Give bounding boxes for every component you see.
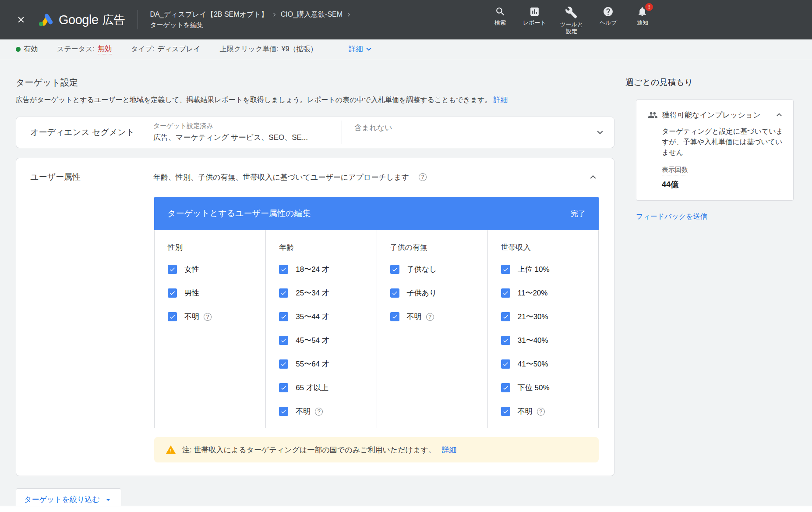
demographic-option[interactable]: 子供なし xyxy=(390,264,480,274)
nav-item-help[interactable]: ヘルプ xyxy=(597,6,620,26)
help-icon[interactable]: ? xyxy=(419,173,427,181)
google-ads-logo[interactable]: Google 広告 xyxy=(38,12,125,28)
nav-label: ヘルプ xyxy=(600,19,617,26)
checkbox[interactable] xyxy=(279,336,288,345)
demographic-option-label: 25〜34 才 xyxy=(296,288,329,298)
demographic-option[interactable]: 21〜30% xyxy=(501,312,590,322)
checkbox[interactable] xyxy=(501,359,510,369)
demographic-option-label: 41〜50% xyxy=(518,359,548,369)
checkbox[interactable] xyxy=(279,383,288,392)
status-value[interactable]: 無効 xyxy=(98,44,112,54)
checkbox[interactable] xyxy=(501,336,510,345)
checkbox[interactable] xyxy=(279,407,288,416)
breadcrumb: DA_ディスプレイ【2B SEMオプト】 CIO_購入意欲-SEM xyxy=(150,10,353,19)
notification-badge: ! xyxy=(645,3,653,11)
checkbox[interactable] xyxy=(279,265,288,274)
breadcrumb-item-campaign[interactable]: DA_ディスプレイ【2B SEMオプト】 xyxy=(150,10,268,19)
checkbox[interactable] xyxy=(168,312,177,321)
check-icon xyxy=(502,361,509,367)
demographic-option[interactable]: 男性 xyxy=(168,288,258,298)
nav-label: ツールと設定 xyxy=(558,21,586,36)
section-description-details-link[interactable]: 詳細 xyxy=(494,96,508,103)
chevron-right-icon xyxy=(271,11,278,18)
demographic-option[interactable]: 不明? xyxy=(501,406,590,416)
bottom-strip xyxy=(0,506,812,512)
demographic-option[interactable]: 子供あり xyxy=(390,288,480,298)
demographic-option[interactable]: 不明? xyxy=(168,312,258,322)
demographics-title: ユーザー属性 xyxy=(30,171,153,183)
warning-details-link[interactable]: 詳細 xyxy=(442,445,457,455)
breadcrumb-block: DA_ディスプレイ【2B SEMオプト】 CIO_購入意欲-SEM ターゲットを… xyxy=(150,10,353,29)
chevron-up-icon xyxy=(774,110,784,120)
checkbox[interactable] xyxy=(390,312,399,321)
nav-item-notifications[interactable]: ! 通知 xyxy=(631,6,654,26)
enabled-status: 有効 xyxy=(16,45,38,54)
audience-targeting-value: 広告、マーケティング サービス、SEO、SE... xyxy=(153,132,331,142)
demographic-option[interactable]: 11〜20% xyxy=(501,288,590,298)
google-ads-logo-icon xyxy=(38,12,54,27)
demographics-editor: ターゲットとするユーザー属性の編集 完了 性別女性男性不明?年齢18〜24 才2… xyxy=(154,197,599,462)
checkbox[interactable] xyxy=(501,265,510,274)
checkbox[interactable] xyxy=(279,312,288,321)
details-toggle[interactable]: 詳細 xyxy=(349,44,374,54)
checkbox[interactable] xyxy=(390,265,399,274)
demographics-collapse-button[interactable] xyxy=(583,171,604,183)
nav-label: 検索 xyxy=(494,19,506,26)
checkbox[interactable] xyxy=(501,288,510,298)
demographic-option[interactable]: 35〜44 才 xyxy=(279,312,368,322)
type-value: ディスプレイ xyxy=(158,45,201,54)
done-button[interactable]: 完了 xyxy=(571,209,586,219)
demographic-option[interactable]: 45〜54 才 xyxy=(279,335,368,345)
check-icon xyxy=(502,313,509,320)
close-button[interactable] xyxy=(12,11,30,28)
demographic-option-label: 不明 xyxy=(518,406,533,416)
available-impressions-card: 獲得可能なインプレッション ターゲティングと設定に基づいていますが、予算や入札単… xyxy=(636,100,794,201)
checkbox[interactable] xyxy=(501,407,510,416)
demographic-option[interactable]: 女性 xyxy=(168,264,258,274)
demographic-option[interactable]: 不明? xyxy=(390,312,480,322)
checkbox[interactable] xyxy=(390,288,399,298)
available-impressions-header[interactable]: 獲得可能なインプレッション xyxy=(648,110,784,120)
help-icon[interactable]: ? xyxy=(204,313,212,321)
topbar: Google 広告 DA_ディスプレイ【2B SEMオプト】 CIO_購入意欲-… xyxy=(0,0,812,39)
checkbox[interactable] xyxy=(279,359,288,369)
impressions-metric-label[interactable]: 表示回数 xyxy=(662,166,688,175)
demographic-option-label: 21〜30% xyxy=(518,312,548,322)
demographic-option[interactable]: 65 才以上 xyxy=(279,383,368,393)
demographic-option[interactable]: 55〜64 才 xyxy=(279,359,368,369)
demographic-option-label: 55〜64 才 xyxy=(296,359,329,369)
checkbox[interactable] xyxy=(501,312,510,321)
demographic-option[interactable]: 31〜40% xyxy=(501,335,590,345)
nav-item-tools-settings[interactable]: ツールと設定 xyxy=(558,6,586,36)
demographic-option-label: 45〜54 才 xyxy=(296,335,329,345)
check-icon xyxy=(392,313,398,320)
nav-item-report[interactable]: レポート xyxy=(523,6,546,26)
checkbox[interactable] xyxy=(168,265,177,274)
demographic-option-label: 31〜40% xyxy=(518,335,548,345)
breadcrumb-item-adgroup[interactable]: CIO_購入意欲-SEM xyxy=(281,10,342,19)
nav-label: 通知 xyxy=(637,19,648,26)
demographics-column: 子供の有無子供なし子供あり不明? xyxy=(377,230,487,428)
demographic-option[interactable]: 18〜24 才 xyxy=(279,264,368,274)
help-icon[interactable]: ? xyxy=(537,408,545,416)
demographic-option-label: 不明 xyxy=(407,312,422,322)
audience-segments-card[interactable]: オーディエンス セグメント ターゲット設定済み 広告、マーケティング サービス、… xyxy=(16,117,614,148)
demographics-column: 年齢18〜24 才25〜34 才35〜44 才45〜54 才55〜64 才65 … xyxy=(265,230,376,428)
checkbox[interactable] xyxy=(168,288,177,298)
impressions-metric-value: 44億 xyxy=(662,179,784,190)
help-icon[interactable]: ? xyxy=(315,408,323,416)
demographic-option[interactable]: 25〜34 才 xyxy=(279,288,368,298)
checkbox[interactable] xyxy=(501,383,510,392)
details-label: 詳細 xyxy=(349,45,363,54)
nav-item-search[interactable]: 検索 xyxy=(489,6,512,26)
demographic-option[interactable]: 下位 50% xyxy=(501,383,590,393)
help-icon[interactable]: ? xyxy=(426,313,434,321)
demographic-option-label: 不明 xyxy=(296,406,311,416)
demographic-option[interactable]: 不明? xyxy=(279,406,368,416)
section-description-text: 広告がターゲットとするユーザーと地域を定義して、掲載結果レポートを取得しましょう… xyxy=(16,96,492,103)
send-feedback-link[interactable]: フィードバックを送信 xyxy=(636,212,812,221)
audience-expand-button[interactable] xyxy=(586,117,614,148)
demographic-option[interactable]: 上位 10% xyxy=(501,264,590,274)
checkbox[interactable] xyxy=(279,288,288,298)
demographic-option[interactable]: 41〜50% xyxy=(501,359,590,369)
